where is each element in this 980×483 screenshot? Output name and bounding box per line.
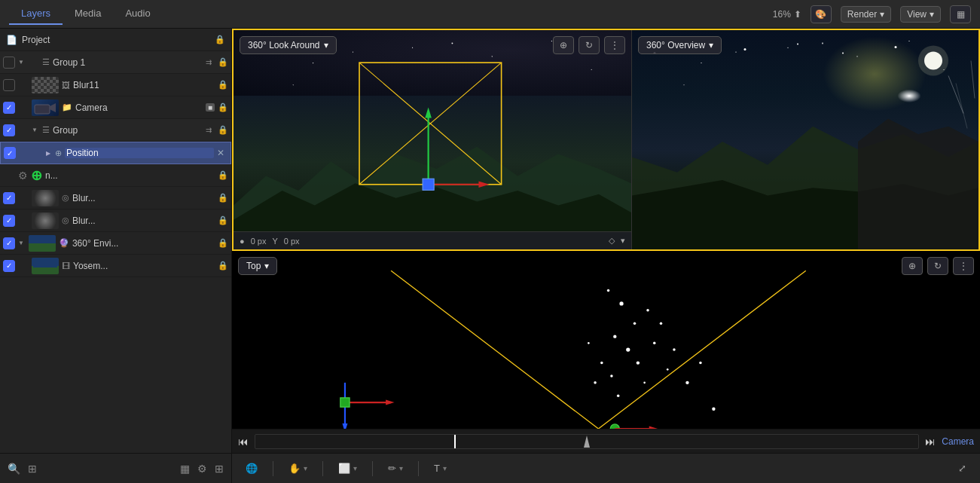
top-view-dropdown[interactable]: Top ▾: [238, 257, 277, 275]
settings-bottom-icon[interactable]: ⚙: [197, 463, 207, 475]
search-icon[interactable]: 🔍: [8, 463, 20, 475]
checkbox-blur1[interactable]: [3, 192, 15, 204]
checkbox-group2[interactable]: [3, 124, 15, 136]
triangle-env360: ▼: [18, 240, 24, 246]
checkbox-blur2[interactable]: [3, 215, 15, 227]
overview-dropdown[interactable]: 360° Overview ▾: [638, 36, 722, 54]
timeline-marker: [579, 434, 594, 449]
checkbox-position[interactable]: [4, 147, 16, 159]
position-type-icon: ⊕: [55, 148, 62, 158]
checkbox-group1[interactable]: [3, 57, 15, 69]
layout-btn[interactable]: ▦: [950, 5, 971, 23]
layer-item-yosem[interactable]: 🎞 Yosem... 🔒: [0, 255, 231, 277]
top-view-label: Top: [246, 261, 261, 271]
text-icon: T: [434, 463, 440, 474]
add-layer-row[interactable]: ⚙ ⊕ n... 🔒: [0, 164, 231, 187]
svg-point-48: [600, 362, 603, 364]
blur1-label: Blur...: [72, 193, 215, 203]
zoom-level[interactable]: 16% ⬆: [773, 9, 801, 20]
layer-item-blur1[interactable]: ◎ Blur... 🔒: [0, 187, 231, 209]
add-layer-icon[interactable]: ⊕: [31, 167, 42, 184]
checkbox-yosem[interactable]: [3, 260, 15, 272]
lookaround-dropdown[interactable]: 360° Look Around ▾: [240, 36, 337, 54]
layer-item-camera[interactable]: 📁 Camera ■ 🔒: [0, 96, 231, 119]
globe-tool-btn[interactable]: 🌐: [241, 460, 262, 476]
svg-line-22: [971, 61, 975, 99]
position-close-icon[interactable]: ✕: [217, 148, 224, 158]
view-mode-icon: ⬜: [338, 463, 350, 474]
tab-group: Layers Media Audio: [9, 3, 163, 25]
yosem-lock: 🔒: [218, 261, 228, 271]
text-tool-btn[interactable]: T ▾: [429, 460, 451, 476]
tab-layers[interactable]: Layers: [9, 3, 63, 25]
grid-bottom-icon[interactable]: ⊞: [215, 463, 224, 475]
svg-rect-29: [340, 398, 350, 407]
layer-item-blur2[interactable]: ◎ Blur... 🔒: [0, 209, 231, 232]
svg-rect-0: [35, 105, 50, 114]
hand-chevron: ▾: [304, 464, 307, 472]
lookaround-more-btn[interactable]: ⋮: [604, 36, 625, 54]
svg-point-35: [613, 335, 616, 338]
top-bar-controls: 16% ⬆ 🎨 Render ▾ View ▾ ▦: [773, 5, 971, 23]
svg-point-37: [626, 347, 630, 351]
lookaround-label: 360° Look Around: [248, 40, 320, 50]
svg-point-43: [667, 368, 669, 371]
blur2-lock: 🔒: [218, 216, 228, 225]
project-row[interactable]: 📄 Project 🔒: [0, 29, 231, 51]
overview-stars-svg: [632, 30, 978, 249]
layer-item-env360[interactable]: ▼ 🔮 360° Envi... 🔒: [0, 232, 231, 255]
camera-label: Camera: [75, 102, 203, 113]
lookaround-rotate-btn[interactable]: ↻: [579, 36, 600, 54]
env360-lock: 🔒: [218, 238, 228, 248]
view-mode-btn[interactable]: ⬜ ▾: [334, 460, 362, 476]
checkbox-blur11[interactable]: [3, 79, 15, 91]
render-dropdown[interactable]: Render ▾: [841, 6, 891, 23]
timeline-start-btn[interactable]: ⏮: [238, 436, 249, 448]
svg-line-20: [948, 76, 963, 114]
toolbar-sep4: [418, 461, 419, 476]
hand-tool-btn[interactable]: ✋ ▾: [284, 460, 312, 476]
viewer-top-view[interactable]: Top ▾ ⊕ ↻ ⋮: [232, 251, 980, 429]
brush-chevron: ▾: [399, 464, 403, 472]
svg-rect-3: [33, 267, 57, 274]
overview-stars: [632, 30, 978, 249]
viewer-lookaround[interactable]: 360° Look Around ▾ ⊕ ↻ ⋮ ● 0 px Y 0 px ◇: [234, 30, 632, 249]
top-compass-btn[interactable]: ⊕: [902, 257, 923, 275]
svg-point-50: [699, 362, 701, 364]
sidebar-layout-icon[interactable]: ⊞: [28, 463, 37, 475]
layer-item-group1[interactable]: ▼ ☰ Group 1 ⇉ 🔒: [0, 51, 231, 74]
tab-media[interactable]: Media: [63, 3, 113, 25]
lookaround-compass-btn[interactable]: ⊕: [553, 36, 574, 54]
group1-lock: 🔒: [218, 57, 228, 67]
checkbox-camera[interactable]: [3, 102, 15, 114]
top-rotate-btn[interactable]: ↻: [927, 257, 948, 275]
color-picker-btn[interactable]: 🎨: [811, 5, 832, 23]
svg-point-17: [797, 44, 798, 45]
viewer-overview[interactable]: 360° Overview ▾: [632, 30, 978, 249]
timeline-bar: ⏮ ⏭ Camera: [232, 429, 980, 453]
brush-tool-btn[interactable]: ✏ ▾: [383, 460, 408, 476]
top-more-btn[interactable]: ⋮: [953, 257, 974, 275]
lookaround-controls: ⊕ ↻ ⋮: [553, 36, 625, 54]
tab-audio[interactable]: Audio: [113, 3, 162, 25]
timeline-end-btn[interactable]: ⏭: [925, 436, 936, 448]
timeline-playhead[interactable]: [454, 435, 456, 448]
svg-point-45: [643, 382, 646, 384]
timeline-track[interactable]: [255, 434, 919, 449]
expand-btn[interactable]: ⤢: [954, 460, 971, 476]
group1-type-icon: ☰: [42, 57, 50, 67]
camera-lock: 🔒: [218, 102, 228, 112]
toolbar-sep3: [372, 461, 373, 476]
thumb-camera: [32, 99, 59, 116]
checkerboard-icon[interactable]: ▦: [180, 463, 190, 475]
camera-type-icon: 📁: [62, 102, 72, 112]
frustum-svg: [234, 30, 631, 249]
top-view-header: Top ▾: [238, 257, 277, 275]
view-dropdown[interactable]: View ▾: [900, 6, 941, 23]
checkbox-env360[interactable]: [3, 237, 15, 249]
layer-item-position[interactable]: ▶ ⊕ Position ✕: [0, 142, 231, 164]
layer-item-blur11[interactable]: 🖼 Blur11 🔒: [0, 74, 231, 96]
bottom-toolbar: 🌐 ✋ ▾ ⬜ ▾ ✏ ▾ T ▾: [232, 453, 980, 483]
project-lock-icon: 🔒: [215, 35, 225, 44]
layer-item-group2[interactable]: ▼ ☰ Group ⇉ 🔒: [0, 119, 231, 142]
